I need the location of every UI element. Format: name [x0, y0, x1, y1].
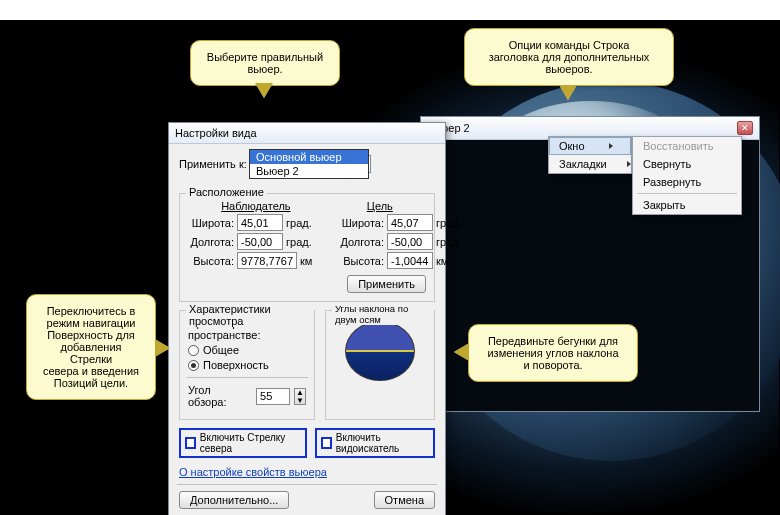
target-header: Цель	[367, 200, 393, 212]
callout-tail	[256, 84, 272, 98]
menu-label: Восстановить	[643, 140, 713, 152]
tilt-legend: Углы наклона по двум осям	[332, 303, 434, 325]
location-legend: Расположение	[186, 186, 267, 198]
menu-item-window[interactable]: Окно	[549, 137, 631, 155]
menu-separator	[637, 193, 737, 194]
lon-label: Долгота:	[338, 236, 384, 248]
menu-item-close[interactable]: Закрыть	[633, 196, 741, 214]
cancel-button[interactable]: Отмена	[374, 491, 435, 509]
obs-lat-input[interactable]	[237, 214, 283, 231]
spinner-icon[interactable]: ▲▼	[294, 388, 306, 405]
help-link[interactable]: О настройке свойств вьюера	[179, 466, 327, 478]
chevron-right-icon	[627, 161, 631, 167]
radio-general[interactable]	[188, 345, 199, 356]
alt-label: Высота:	[338, 255, 384, 267]
unit-label: град.	[436, 236, 464, 248]
alt-label: Высота:	[188, 255, 234, 267]
callout-tail	[156, 340, 170, 356]
obs-lon-input[interactable]	[237, 233, 283, 250]
radio-label: Поверхность	[203, 359, 269, 371]
advanced-button[interactable]: Дополнительно...	[179, 491, 289, 509]
checkbox-label: Включить Стрелку севера	[200, 432, 301, 454]
menu-label: Окно	[559, 140, 585, 152]
menu-label: Закрыть	[643, 199, 685, 211]
radio-label: Общее	[203, 344, 239, 356]
dialog-title: Настройки вида	[175, 127, 257, 139]
location-fieldset: Расположение Наблюдатель Цель Широта: гр…	[179, 193, 435, 302]
fov-label: Угол обзора:	[188, 384, 252, 408]
close-icon[interactable]: ✕	[737, 121, 753, 135]
tgt-alt-input[interactable]	[387, 252, 433, 269]
north-arrow-checkbox[interactable]: Включить Стрелку севера	[179, 428, 307, 458]
viewchar-legend: Характеристики просмотра	[186, 303, 314, 327]
tgt-lon-input[interactable]	[387, 233, 433, 250]
callout-tail	[560, 86, 576, 100]
menu-label: Свернуть	[643, 158, 691, 170]
menu-item-maximize[interactable]: Развернуть	[633, 173, 741, 191]
tgt-lat-input[interactable]	[387, 214, 433, 231]
attitude-indicator[interactable]	[345, 321, 415, 381]
dropdown-item-main[interactable]: Основной вьюер	[250, 150, 368, 164]
unit-label: град.	[436, 217, 464, 229]
unit-label: град.	[286, 217, 314, 229]
dropdown-item-v2[interactable]: Вьюер 2	[250, 164, 368, 178]
dialog-titlebar[interactable]: Настройки вида	[169, 123, 445, 144]
callout-select-viewer: Выберите правильный вьюер.	[190, 40, 340, 86]
window-submenu: Восстановить Свернуть Развернуть Закрыть	[632, 136, 742, 215]
checkbox-label: Включить видоискатель	[336, 432, 429, 454]
separator	[186, 377, 308, 378]
radio-surface[interactable]	[188, 360, 199, 371]
separator	[177, 484, 437, 485]
menu-label: Развернуть	[643, 176, 701, 188]
lat-label: Широта:	[188, 217, 234, 229]
tilt-fieldset: Углы наклона по двум осям	[325, 310, 435, 420]
viewfinder-checkbox[interactable]: Включить видоискатель	[315, 428, 435, 458]
checkbox-icon	[185, 437, 196, 449]
lon-label: Долгота:	[188, 236, 234, 248]
lat-label: Широта:	[338, 217, 384, 229]
callout-titlebar-options: Опции команды Строка заголовка для допол…	[464, 28, 674, 86]
observer-header: Наблюдатель	[221, 200, 290, 212]
unit-label: км	[436, 255, 464, 267]
fov-input[interactable]	[256, 388, 290, 405]
callout-tail	[454, 344, 468, 360]
menu-item-minimize[interactable]: Свернуть	[633, 155, 741, 173]
callout-drag-sliders: Передвиньте бегунки для изменения углов …	[468, 324, 638, 382]
obs-alt-input[interactable]	[237, 252, 297, 269]
view-characteristics-fieldset: Характеристики просмотра Ориентирование …	[179, 310, 315, 420]
apply-button[interactable]: Применить	[347, 275, 426, 293]
callout-surface-mode: Переключитесь в режим навигации Поверхно…	[26, 294, 156, 400]
menu-item-restore[interactable]: Восстановить	[633, 137, 741, 155]
dialog-body: Применить к: Вьюер 2 Основной вьюер Вьюе…	[169, 144, 445, 515]
checkbox-icon	[321, 437, 332, 449]
window-menu: Окно Закладки	[548, 136, 632, 174]
unit-label: град.	[286, 236, 314, 248]
unit-label: км	[300, 255, 328, 267]
menu-label: Закладки	[559, 158, 607, 170]
apply-to-label: Применить к:	[179, 158, 247, 170]
chevron-right-icon	[609, 143, 613, 149]
apply-to-dropdown: Основной вьюер Вьюер 2	[249, 149, 369, 179]
menu-item-bookmarks[interactable]: Закладки	[549, 155, 631, 173]
view-settings-dialog: Настройки вида Применить к: Вьюер 2 Осно…	[168, 122, 446, 515]
